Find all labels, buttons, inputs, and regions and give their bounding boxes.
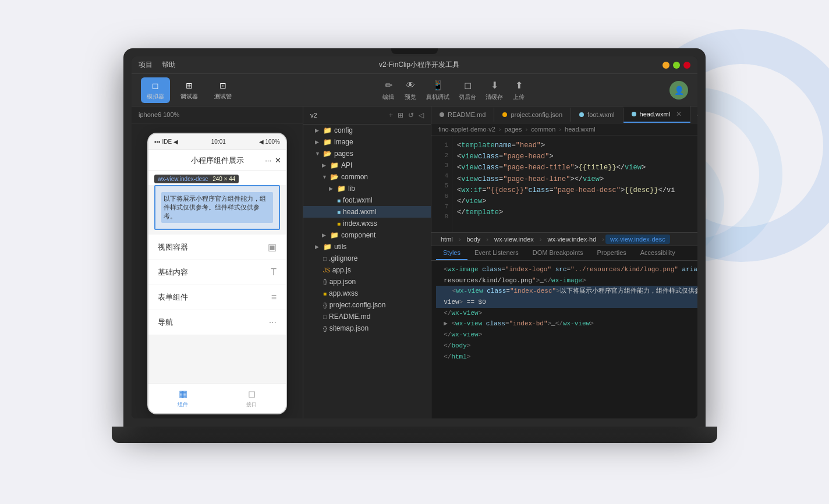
dom-line-5: ▶ <wx-view class="index-bd">_</wx-view>: [436, 318, 697, 329]
upload-action[interactable]: ⬆ 上传: [512, 79, 525, 101]
devtools-panel: html › body › wx-view.index › wx-view.in…: [431, 232, 697, 418]
tree-label-app-wxss: app.wxss: [329, 289, 358, 297]
properties-tab[interactable]: Properties: [590, 246, 633, 260]
tree-item-config[interactable]: ▶ 📁 config: [303, 125, 431, 136]
dom-el-html[interactable]: html: [436, 235, 458, 244]
devtools-tabs: Styles Event Listeners DOM Breakpoints P…: [431, 246, 697, 261]
menu-item-project[interactable]: 项目: [139, 60, 153, 70]
simulator-panel: iphone6 100% ▪▪▪ IDE ◀ 10:01 ◀ 100%: [132, 107, 303, 418]
menu-item-help[interactable]: 帮助: [162, 60, 176, 70]
phone-bottom-nav: ▦ 组件 ◻ 接口: [148, 383, 286, 413]
editor-main: v2 + ⊞ ↺ ◁ ▶: [303, 107, 697, 418]
code-line-3: <view class="page-head-title">{{title}}<…: [457, 162, 697, 173]
nav-item-label-1: 基础内容: [158, 267, 188, 278]
file-head-icon: ■: [337, 209, 341, 215]
tree-item-sitemap[interactable]: ▶ {} sitemap.json: [303, 322, 431, 334]
breadcrumb-sep-1: ›: [526, 126, 528, 133]
tree-item-common[interactable]: ▼ 📂 common: [303, 171, 431, 183]
debugger-button[interactable]: ⊞ 调试器: [175, 77, 204, 103]
maximize-button[interactable]: [673, 62, 680, 69]
tab-head-wxml[interactable]: head.wxml ✕: [623, 107, 691, 123]
file-tree-root: v2: [310, 112, 317, 119]
event-listeners-tab[interactable]: Event Listeners: [467, 246, 526, 260]
code-line-6: </view>: [457, 196, 697, 207]
tree-item-app-json[interactable]: ▶ {} app.json: [303, 276, 431, 288]
background-action[interactable]: ◻ 切后台: [459, 79, 476, 101]
phone-title-actions: ··· ✕: [265, 156, 281, 165]
new-file-icon[interactable]: +: [389, 111, 393, 119]
tab-readme[interactable]: README.md: [431, 108, 494, 122]
arrow-utils: ▶: [315, 244, 321, 250]
file-tree-actions: + ⊞ ↺ ◁: [389, 111, 424, 119]
toolbar-center: ✏ 编辑 👁 预览 📱 真机调试 ◻ 切后台: [238, 79, 669, 101]
tree-item-app-wxss[interactable]: ▶ ■ app.wxss: [303, 288, 431, 299]
tree-item-readme[interactable]: ▶ □ README.md: [303, 311, 431, 322]
tab-project-config[interactable]: project.config.json: [494, 108, 571, 122]
new-folder-icon[interactable]: ⊞: [398, 111, 403, 119]
simulator-button[interactable]: ◻ 模拟器: [141, 77, 170, 103]
file-sitemap-icon: {}: [323, 325, 327, 332]
test-icon: ⊡: [217, 80, 229, 91]
refresh-icon[interactable]: ↺: [408, 111, 414, 119]
dom-el-index-hd[interactable]: wx-view.index-hd: [543, 235, 601, 244]
tree-label-gitignore: .gitignore: [329, 254, 357, 262]
phone-tab-component[interactable]: ▦ 组件: [148, 384, 217, 413]
dom-sep-3: ›: [601, 235, 605, 244]
nav-item-2[interactable]: 表单组件 ≡: [148, 285, 286, 310]
code-content[interactable]: <template name="head"> <view class="page…: [452, 136, 697, 232]
user-avatar[interactable]: 👤: [669, 81, 688, 100]
tree-item-image[interactable]: ▶ 📁 image: [303, 136, 431, 148]
tree-item-foot-wxml[interactable]: ▶ ■ foot.wxml: [303, 194, 431, 206]
close-button[interactable]: [683, 62, 690, 69]
tab-more-button[interactable]: ···: [690, 107, 697, 123]
tab-foot-wxml[interactable]: foot.wxml: [571, 108, 623, 122]
styles-tab[interactable]: Styles: [436, 246, 467, 260]
dom-line-7: </body>: [436, 340, 697, 352]
upload-icon: ⬆: [512, 79, 525, 92]
debugger-icon: ⊞: [183, 80, 195, 91]
phone-more-icon[interactable]: ···: [265, 156, 271, 165]
accessibility-tab[interactable]: Accessibility: [633, 246, 682, 260]
tree-item-gitignore[interactable]: ▶ □ .gitignore: [303, 253, 431, 264]
tab-head-close-icon[interactable]: ✕: [676, 110, 682, 118]
dom-el-index[interactable]: wx-view.index: [490, 235, 539, 244]
phone-close-icon[interactable]: ✕: [275, 156, 281, 165]
tree-item-component[interactable]: ▶ 📁 component: [303, 229, 431, 241]
tree-item-lib[interactable]: ▶ 📁 lib: [303, 183, 431, 194]
collapse-icon[interactable]: ◁: [419, 111, 424, 119]
folder-common-icon: 📂: [330, 173, 339, 181]
dom-el-body[interactable]: body: [462, 235, 485, 244]
phone-status-right: ◀ 100%: [259, 139, 280, 145]
tree-item-project-config[interactable]: ▶ {} project.config.json: [303, 299, 431, 311]
phone-status-bar: ▪▪▪ IDE ◀ 10:01 ◀ 100%: [148, 134, 286, 150]
tree-item-index-wxss[interactable]: ▶ ■ index.wxss: [303, 218, 431, 229]
tree-item-app-js[interactable]: ▶ JS app.js: [303, 264, 431, 276]
tree-label-app-js: app.js: [332, 266, 351, 274]
device-debug-action[interactable]: 📱 真机调试: [426, 79, 449, 101]
dom-breakpoints-tab[interactable]: DOM Breakpoints: [526, 246, 590, 260]
edit-action[interactable]: ✏ 编辑: [382, 79, 395, 101]
tree-item-pages[interactable]: ▼ 📂 pages: [303, 148, 431, 159]
nav-item-0[interactable]: 视图容器 ▣: [148, 235, 286, 260]
nav-item-1[interactable]: 基础内容 T: [148, 260, 286, 285]
clear-cache-label: 清缓存: [486, 93, 503, 101]
nav-item-icon-1: T: [271, 267, 277, 278]
test-button[interactable]: ⊡ 测试管: [208, 77, 238, 103]
nav-item-icon-2: ≡: [271, 292, 277, 303]
file-foot-icon: ■: [337, 197, 341, 204]
tab-head-wxml-icon: [632, 112, 636, 116]
minimize-button[interactable]: [663, 62, 669, 69]
laptop-shell: 项目 帮助 v2-FinClip小程序开发工具 ◻: [112, 48, 717, 456]
tab-readme-label: README.md: [448, 111, 486, 118]
tree-item-utils[interactable]: ▶ 📁 utils: [303, 241, 431, 253]
clear-cache-action[interactable]: ⬇ 清缓存: [486, 79, 503, 101]
tree-item-head-wxml[interactable]: ▶ ■ head.wxml: [303, 206, 431, 218]
tree-item-api[interactable]: ▶ 📁 API: [303, 159, 431, 171]
dom-el-index-desc[interactable]: wx-view.index-desc: [605, 235, 670, 244]
preview-action[interactable]: 👁 预览: [404, 79, 417, 101]
nav-item-3[interactable]: 导航 ···: [148, 310, 286, 335]
simulator-device: ▪▪▪ IDE ◀ 10:01 ◀ 100% 小程序组件展示 ··· ✕: [132, 123, 303, 418]
nav-item-label-0: 视图容器: [158, 242, 188, 253]
folder-image-icon: 📁: [323, 138, 332, 146]
phone-tab-interface[interactable]: ◻ 接口: [217, 384, 286, 413]
